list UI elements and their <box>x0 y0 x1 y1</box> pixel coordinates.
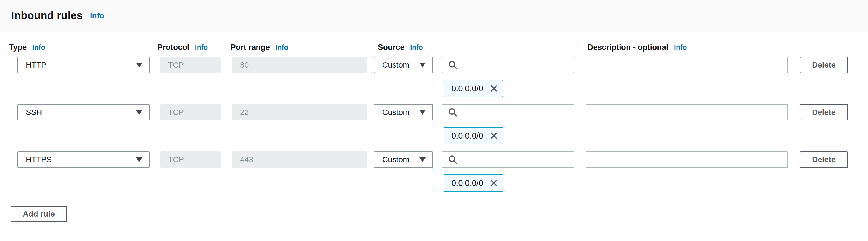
source-type-select[interactable]: Custom <box>374 104 433 121</box>
source-cidr-value: 0.0.0.0/0 <box>452 131 483 140</box>
type-select[interactable]: SSH <box>18 104 150 121</box>
chevron-down-icon <box>136 157 142 162</box>
description-input[interactable] <box>586 104 788 121</box>
delete-rule-button[interactable]: Delete <box>800 152 848 168</box>
chevron-down-icon <box>136 110 142 115</box>
search-icon <box>448 60 458 70</box>
source-type-select[interactable]: Custom <box>374 152 433 168</box>
source-cidr-token: 0.0.0.0/0 <box>443 80 503 97</box>
protocol-value: TCP <box>168 60 184 70</box>
description-input[interactable] <box>586 152 788 168</box>
source-cidr-token: 0.0.0.0/0 <box>443 174 503 192</box>
source-cidr-token: 0.0.0.0/0 <box>443 127 503 144</box>
inbound-rules-list: HTTP TCP 80 Custom 0.0.0.0/0 <box>0 0 868 241</box>
port-range-value: 443 <box>240 155 253 164</box>
chevron-down-icon <box>136 63 142 68</box>
port-range-field: 80 <box>232 57 367 73</box>
search-icon <box>448 108 458 117</box>
inbound-rule-row: SSH TCP 22 Custom 0.0.0.0/0 <box>0 104 868 151</box>
type-select-value: HTTPS <box>26 155 52 164</box>
port-range-value: 22 <box>240 108 249 117</box>
protocol-field: TCP <box>160 104 221 121</box>
protocol-field: TCP <box>160 57 221 73</box>
type-select[interactable]: HTTPS <box>18 152 150 168</box>
source-type-select-value: Custom <box>382 108 409 117</box>
chevron-down-icon <box>420 63 426 68</box>
source-search-input[interactable] <box>442 104 574 121</box>
close-icon[interactable] <box>490 84 498 92</box>
close-icon[interactable] <box>490 179 498 187</box>
delete-rule-button[interactable]: Delete <box>800 57 848 73</box>
type-select[interactable]: HTTP <box>18 57 150 73</box>
port-range-field: 22 <box>232 104 367 121</box>
source-search-input[interactable] <box>442 152 574 168</box>
protocol-value: TCP <box>168 108 184 117</box>
source-type-select-value: Custom <box>382 155 409 164</box>
close-icon[interactable] <box>490 132 498 140</box>
search-icon <box>448 155 458 164</box>
inbound-rule-row: HTTP TCP 80 Custom 0.0.0.0/0 <box>0 57 868 104</box>
source-cidr-value: 0.0.0.0/0 <box>452 179 483 188</box>
type-select-value: SSH <box>26 108 42 117</box>
chevron-down-icon <box>420 110 426 115</box>
source-type-select-value: Custom <box>382 60 409 70</box>
source-search-input[interactable] <box>442 57 574 73</box>
type-select-value: HTTP <box>26 60 46 70</box>
delete-rule-button[interactable]: Delete <box>800 104 848 121</box>
port-range-field: 443 <box>232 152 367 168</box>
chevron-down-icon <box>420 157 426 162</box>
description-input[interactable] <box>586 57 788 73</box>
source-type-select[interactable]: Custom <box>374 57 433 73</box>
add-rule-button[interactable]: Add rule <box>11 206 67 222</box>
port-range-value: 80 <box>240 60 249 70</box>
protocol-field: TCP <box>160 152 221 168</box>
protocol-value: TCP <box>168 155 184 164</box>
source-cidr-value: 0.0.0.0/0 <box>452 84 483 93</box>
inbound-rule-row: HTTPS TCP 443 Custom 0.0.0.0/0 <box>0 152 868 198</box>
